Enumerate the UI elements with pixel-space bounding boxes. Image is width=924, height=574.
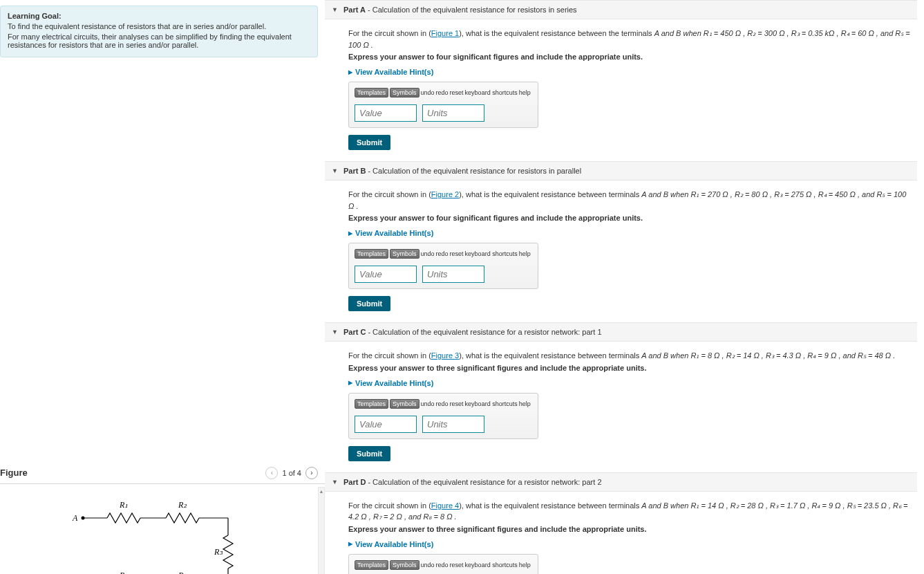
part-c-express: Express your answer to three significant… [348,364,910,372]
part-a-hints-link[interactable]: ▶View Available Hint(s) [348,68,910,76]
reset-button[interactable]: reset [450,400,464,407]
caret-right-icon: ▶ [348,541,352,547]
part-c-hints-link[interactable]: ▶View Available Hint(s) [348,379,910,387]
undo-button[interactable]: undo [421,400,435,407]
resistor-R2-label: R₂ [178,500,187,510]
reset-button[interactable]: reset [450,89,464,96]
part-a-desc: - Calculation of the equivalent resistan… [366,6,577,14]
part-d-label: Part D [343,478,366,486]
circuit-diagram: A B R₁ R₂ R₃ R₄ R₅ [52,487,273,575]
caret-down-icon: ▼ [332,479,338,485]
symbols-button[interactable]: Symbols [390,88,419,98]
redo-button[interactable]: redo [436,400,449,407]
help-button[interactable]: help [519,250,531,257]
part-d-hints-link[interactable]: ▶View Available Hint(s) [348,540,910,548]
help-button[interactable]: help [519,89,531,96]
keyboard-shortcuts-button[interactable]: keyboard shortcuts [465,89,518,96]
figure-4-link[interactable]: Figure 4 [431,501,459,510]
redo-button[interactable]: redo [436,89,449,96]
svg-point-8 [82,516,85,519]
figure-page-indicator: 1 of 4 [282,469,301,477]
figure-next-button[interactable]: › [305,467,318,479]
help-button[interactable]: help [519,400,531,407]
part-d-desc: - Calculation of the equivalent resistan… [366,478,601,486]
reset-button[interactable]: reset [450,250,464,257]
part-b-express: Express your answer to four significant … [348,214,910,222]
templates-button[interactable]: Templates [355,560,388,570]
part-b-answer-box: Templates Symbols undo redo reset keyboa… [348,243,538,289]
redo-button[interactable]: redo [436,562,449,568]
templates-button[interactable]: Templates [355,249,388,259]
part-b-header[interactable]: ▼ Part B - Calculation of the equivalent… [325,161,917,180]
resistor-R4-label: R₄ [178,571,187,575]
part-b-value-input[interactable] [355,266,417,283]
caret-right-icon: ▶ [348,230,352,237]
figure-3-link[interactable]: Figure 3 [431,351,459,360]
part-c-units-input[interactable] [422,416,484,433]
figure-prev-button[interactable]: ‹ [265,467,278,479]
symbols-button[interactable]: Symbols [390,399,419,409]
keyboard-shortcuts-button[interactable]: keyboard shortcuts [465,400,518,407]
figure-panel: Figure ‹ 1 of 4 › [0,463,325,575]
part-b-desc: - Calculation of the equivalent resistan… [366,167,581,175]
part-c-desc: - Calculation of the equivalent resistan… [366,328,601,336]
resistor-R5-label: R₅ [119,571,129,575]
terminal-A-label: A [72,513,78,523]
figure-1-link[interactable]: Figure 1 [431,29,459,37]
part-a-units-input[interactable] [422,104,484,122]
part-d-express: Express your answer to three significant… [348,525,910,533]
part-d-header[interactable]: ▼ Part D - Calculation of the equivalent… [325,472,917,492]
scroll-up-icon: ▲ [319,488,324,496]
part-c-answer-box: Templates Symbols undo redo reset keyboa… [348,393,538,439]
part-b-question: For the circuit shown in (Figure 2), wha… [348,189,910,212]
undo-button[interactable]: undo [421,89,435,96]
undo-button[interactable]: undo [421,562,435,568]
part-a-header[interactable]: ▼ Part A - Calculation of the equivalent… [325,0,917,19]
part-c-value-input[interactable] [355,416,417,433]
part-d-answer-box: Templates Symbols undo redo reset keyboa… [348,554,538,575]
learning-goal-box: Learning Goal: To find the equivalent re… [0,6,318,57]
reset-button[interactable]: reset [450,562,464,568]
part-b-hints-link[interactable]: ▶View Available Hint(s) [348,229,910,237]
symbols-button[interactable]: Symbols [390,249,419,259]
learning-goal-title: Learning Goal: [8,12,310,20]
part-b-units-input[interactable] [422,266,484,283]
figure-scrollbar[interactable]: ▲ ▼ [318,487,325,575]
redo-button[interactable]: redo [436,250,449,257]
part-a-answer-box: Templates Symbols undo redo reset keyboa… [348,82,538,128]
undo-button[interactable]: undo [421,250,435,257]
part-c-header[interactable]: ▼ Part C - Calculation of the equivalent… [325,322,917,342]
help-button[interactable]: help [519,562,531,568]
part-b-submit-button[interactable]: Submit [348,296,390,311]
part-c-question: For the circuit shown in (Figure 3), wha… [348,350,910,362]
part-c-label: Part C [343,328,366,336]
caret-right-icon: ▶ [348,69,352,75]
keyboard-shortcuts-button[interactable]: keyboard shortcuts [465,562,518,568]
learning-goal-line2: For many electrical circuits, their anal… [8,33,310,49]
part-a-express: Express your answer to four significant … [348,53,910,61]
figure-2-link[interactable]: Figure 2 [431,190,459,198]
caret-down-icon: ▼ [332,328,338,335]
resistor-R1-label: R₁ [119,500,128,510]
part-c-submit-button[interactable]: Submit [348,446,390,461]
figure-title: Figure [0,467,28,478]
part-d-question: For the circuit shown in (Figure 4), wha… [348,500,910,523]
caret-down-icon: ▼ [332,6,338,13]
part-a-submit-button[interactable]: Submit [348,135,390,150]
learning-goal-line1: To find the equivalent resistance of res… [8,22,310,30]
caret-right-icon: ▶ [348,380,352,386]
templates-button[interactable]: Templates [355,399,388,409]
part-a-label: Part A [343,6,366,14]
part-a-value-input[interactable] [355,104,417,122]
keyboard-shortcuts-button[interactable]: keyboard shortcuts [465,250,518,257]
templates-button[interactable]: Templates [355,88,388,98]
part-a-question: For the circuit shown in (Figure 1), wha… [348,28,910,50]
part-b-label: Part B [343,167,366,175]
symbols-button[interactable]: Symbols [390,560,419,570]
caret-down-icon: ▼ [332,167,338,174]
resistor-R3-label: R₃ [214,547,223,557]
